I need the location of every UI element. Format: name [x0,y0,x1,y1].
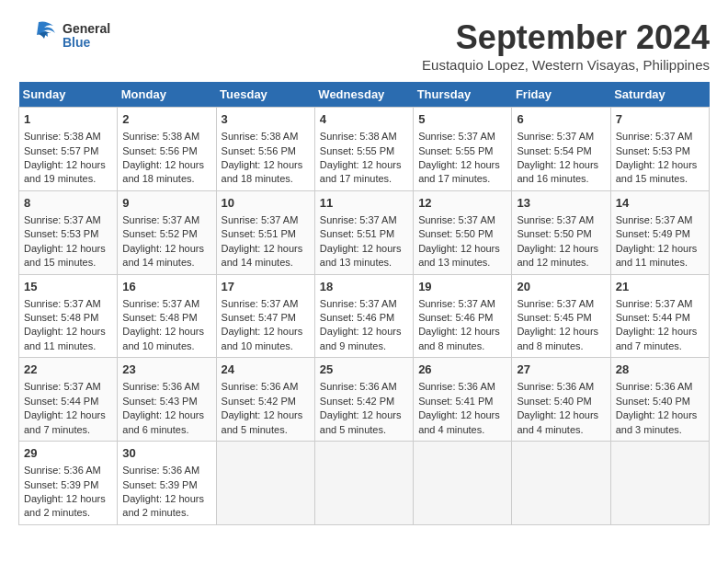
sunset-text: Sunset: 5:57 PM [24,145,98,156]
day-number: 1 [24,111,112,128]
day-number: 2 [122,111,210,128]
sunset-text: Sunset: 5:48 PM [122,312,197,323]
day-cell-13: 13 Sunrise: 5:37 AM Sunset: 5:50 PM Dayl… [512,190,610,274]
calendar-week-5: 29 Sunrise: 5:36 AM Sunset: 5:39 PM Dayl… [19,442,710,525]
day-number: 10 [222,195,310,212]
sunrise-text: Sunrise: 5:37 AM [517,214,594,225]
sunset-text: Sunset: 5:51 PM [222,228,296,239]
sunrise-text: Sunrise: 5:37 AM [517,131,594,142]
empty-cell [512,442,610,525]
sunrise-text: Sunrise: 5:37 AM [418,214,495,225]
sunset-text: Sunset: 5:53 PM [24,228,98,239]
sunset-text: Sunset: 5:48 PM [24,312,98,323]
sunrise-text: Sunrise: 5:37 AM [616,214,693,225]
sunset-text: Sunset: 5:46 PM [418,312,493,323]
day-number: 28 [616,362,704,378]
daylight-label: Daylight: 12 hours and 16 minutes. [517,159,598,184]
day-cell-2: 2 Sunrise: 5:38 AM Sunset: 5:56 PM Dayli… [118,108,216,191]
empty-cell [314,442,413,525]
sunrise-text: Sunrise: 5:37 AM [24,298,101,309]
sunset-text: Sunset: 5:51 PM [320,228,394,239]
col-wednesday: Wednesday [314,82,413,108]
sunset-text: Sunset: 5:55 PM [418,145,493,156]
sunrise-text: Sunrise: 5:36 AM [320,381,397,392]
col-monday: Monday [118,82,216,108]
day-number: 6 [517,111,605,128]
sunrise-text: Sunrise: 5:37 AM [320,214,397,225]
day-number: 8 [24,195,112,212]
day-cell-5: 5 Sunrise: 5:37 AM Sunset: 5:55 PM Dayli… [414,108,512,191]
day-number: 12 [418,195,506,212]
day-number: 29 [24,445,112,462]
sunset-text: Sunset: 5:56 PM [122,145,197,156]
empty-cell [610,442,709,525]
day-number: 17 [222,279,310,295]
calendar-table: Sunday Monday Tuesday Wednesday Thursday… [18,82,710,525]
sunrise-text: Sunrise: 5:36 AM [122,465,199,476]
day-cell-25: 25 Sunrise: 5:36 AM Sunset: 5:42 PM Dayl… [314,358,413,442]
day-number: 15 [24,279,112,295]
day-number: 14 [616,195,704,212]
sunset-text: Sunset: 5:46 PM [320,312,394,323]
col-thursday: Thursday [414,82,512,108]
sunset-text: Sunset: 5:43 PM [122,396,197,407]
day-number: 11 [320,195,408,212]
daylight-label: Daylight: 12 hours and 18 minutes. [222,159,303,184]
sunrise-text: Sunrise: 5:38 AM [24,131,101,142]
day-number: 4 [320,111,408,128]
day-number: 30 [122,445,210,462]
day-cell-9: 9 Sunrise: 5:37 AM Sunset: 5:52 PM Dayli… [118,190,216,274]
logo-bird-svg [18,18,59,53]
day-cell-26: 26 Sunrise: 5:36 AM Sunset: 5:41 PM Dayl… [414,358,512,442]
day-cell-4: 4 Sunrise: 5:38 AM Sunset: 5:55 PM Dayli… [314,108,413,191]
daylight-label: Daylight: 12 hours and 4 minutes. [418,409,500,434]
sunrise-text: Sunrise: 5:37 AM [418,131,495,142]
sunrise-text: Sunrise: 5:36 AM [24,465,101,476]
col-tuesday: Tuesday [216,82,314,108]
day-number: 26 [418,362,506,378]
logo-text-blue: Blue [63,36,110,50]
sunrise-text: Sunrise: 5:38 AM [122,131,199,142]
daylight-label: Daylight: 12 hours and 2 minutes. [24,493,106,518]
sunset-text: Sunset: 5:39 PM [122,479,197,490]
day-cell-30: 30 Sunrise: 5:36 AM Sunset: 5:39 PM Dayl… [118,442,216,525]
sunset-text: Sunset: 5:41 PM [418,396,493,407]
daylight-label: Daylight: 12 hours and 17 minutes. [320,159,402,184]
calendar-week-1: 1 Sunrise: 5:38 AM Sunset: 5:57 PM Dayli… [19,108,710,191]
day-cell-28: 28 Sunrise: 5:36 AM Sunset: 5:40 PM Dayl… [610,358,709,442]
daylight-label: Daylight: 12 hours and 13 minutes. [320,243,402,268]
sunset-text: Sunset: 5:42 PM [320,396,394,407]
sunrise-text: Sunrise: 5:37 AM [320,298,397,309]
sunrise-text: Sunrise: 5:36 AM [517,381,594,392]
day-number: 3 [222,111,310,128]
daylight-label: Daylight: 12 hours and 19 minutes. [24,159,106,184]
sunset-text: Sunset: 5:40 PM [517,396,591,407]
calendar-week-4: 22 Sunrise: 5:37 AM Sunset: 5:44 PM Dayl… [19,358,710,442]
daylight-label: Daylight: 12 hours and 9 minutes. [320,326,402,350]
day-number: 18 [320,279,408,295]
sunrise-text: Sunrise: 5:37 AM [122,214,199,225]
empty-cell [216,442,314,525]
sunset-text: Sunset: 5:49 PM [616,228,690,239]
day-cell-23: 23 Sunrise: 5:36 AM Sunset: 5:43 PM Dayl… [118,358,216,442]
day-number: 22 [24,362,112,378]
daylight-label: Daylight: 12 hours and 5 minutes. [320,409,402,434]
calendar-header-row: Sunday Monday Tuesday Wednesday Thursday… [19,82,710,108]
day-number: 7 [616,111,704,128]
day-number: 23 [122,362,210,378]
sunrise-text: Sunrise: 5:37 AM [24,381,101,392]
day-number: 21 [616,279,704,295]
sunset-text: Sunset: 5:54 PM [517,145,591,156]
col-sunday: Sunday [19,82,118,108]
sunrise-text: Sunrise: 5:37 AM [24,214,101,225]
sunset-text: Sunset: 5:56 PM [222,145,296,156]
daylight-label: Daylight: 12 hours and 17 minutes. [418,159,500,184]
daylight-label: Daylight: 12 hours and 11 minutes. [616,243,698,268]
daylight-label: Daylight: 12 hours and 3 minutes. [616,409,698,434]
daylight-label: Daylight: 12 hours and 14 minutes. [122,243,204,268]
day-cell-1: 1 Sunrise: 5:38 AM Sunset: 5:57 PM Dayli… [19,108,118,191]
sunset-text: Sunset: 5:52 PM [122,228,197,239]
daylight-label: Daylight: 12 hours and 14 minutes. [222,243,303,268]
calendar-week-3: 15 Sunrise: 5:37 AM Sunset: 5:48 PM Dayl… [19,274,710,358]
day-cell-7: 7 Sunrise: 5:37 AM Sunset: 5:53 PM Dayli… [610,108,709,191]
